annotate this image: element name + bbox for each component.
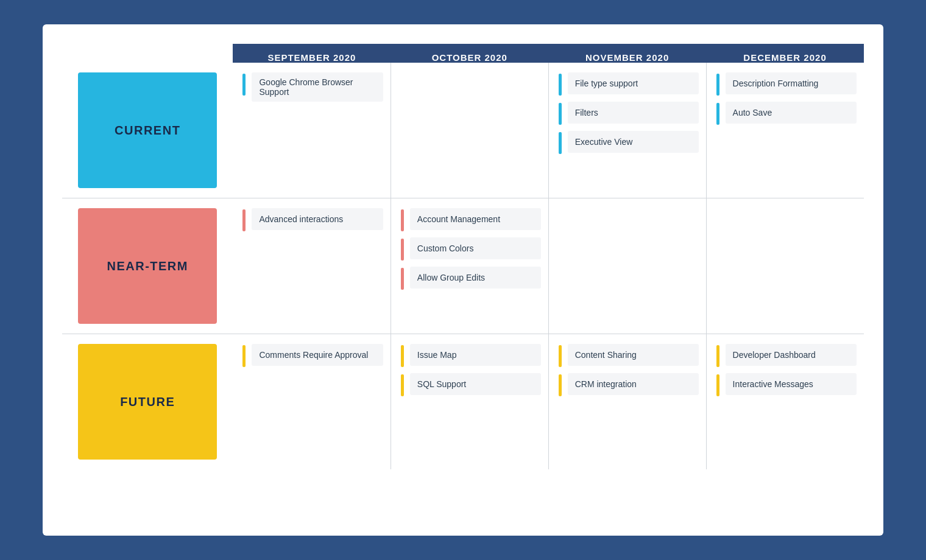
feature-bar [401, 374, 404, 396]
label-text-future: FUTURE [120, 395, 175, 409]
content-cell-future-nov: Content SharingCRM integration [548, 334, 706, 469]
feature-box: Issue Map [410, 344, 541, 366]
roadmap-row-future: FUTUREComments Require ApprovalIssue Map… [62, 334, 864, 469]
feature-item: Allow Group Edits [401, 267, 541, 290]
content-cell-current-nov: File type supportFiltersExecutive View [548, 63, 706, 198]
content-cell-future-oct: Issue MapSQL Support [391, 334, 548, 469]
feature-box: Auto Save [726, 102, 857, 124]
feature-box: CRM integration [568, 373, 699, 395]
feature-bar [559, 345, 562, 367]
content-cell-current-dec: Description FormattingAuto Save [706, 63, 864, 198]
page-background: SEPTEMBER 2020 OCTOBER 2020 NOVEMBER 202… [0, 0, 926, 560]
feature-item: Google Chrome Browser Support [242, 72, 383, 102]
feature-bar [716, 374, 719, 396]
roadmap-row-current: CURRENTGoogle Chrome Browser SupportFile… [62, 63, 864, 198]
feature-item: Custom Colors [401, 237, 541, 261]
feature-item: Description Formatting [716, 72, 857, 96]
label-text-current: CURRENT [115, 124, 180, 138]
label-cell-future: FUTURE [62, 334, 233, 469]
content-cell-current-oct [391, 63, 548, 198]
feature-box: Interactive Messages [726, 373, 857, 395]
content-cell-current-sep: Google Chrome Browser Support [233, 63, 391, 198]
header-sep: SEPTEMBER 2020 [233, 44, 391, 63]
feature-box: Comments Require Approval [252, 344, 383, 366]
content-cell-near-term-sep: Advanced interactions [233, 198, 391, 334]
feature-item: Comments Require Approval [242, 344, 383, 367]
content-cell-near-term-dec [706, 198, 864, 334]
feature-bar [559, 374, 562, 396]
feature-bar [559, 132, 562, 154]
label-box-current: CURRENT [78, 72, 217, 188]
feature-box: Google Chrome Browser Support [252, 72, 383, 102]
feature-item: CRM integration [559, 373, 699, 396]
feature-item: Filters [559, 102, 699, 125]
feature-bar [559, 74, 562, 96]
feature-box: Advanced interactions [252, 208, 383, 230]
label-box-near-term: NEAR-TERM [78, 208, 217, 324]
feature-bar [242, 74, 246, 96]
feature-box: Executive View [568, 131, 699, 153]
feature-box: File type support [568, 72, 699, 94]
feature-item: Account Management [401, 208, 541, 231]
feature-bar [716, 345, 719, 367]
label-text-near-term: NEAR-TERM [107, 259, 188, 273]
header-row: SEPTEMBER 2020 OCTOBER 2020 NOVEMBER 202… [62, 44, 864, 63]
content-cell-near-term-oct: Account ManagementCustom ColorsAllow Gro… [391, 198, 548, 334]
feature-item: Interactive Messages [716, 373, 857, 396]
feature-box: Description Formatting [726, 72, 857, 94]
feature-item: Auto Save [716, 102, 857, 125]
feature-box: SQL Support [410, 373, 541, 395]
feature-bar [401, 268, 404, 290]
feature-box: Custom Colors [410, 237, 541, 259]
label-cell-current: CURRENT [62, 63, 233, 198]
feature-box: Developer Dashboard [726, 344, 857, 366]
feature-item: Advanced interactions [242, 208, 383, 231]
feature-bar [242, 209, 246, 231]
header-oct: OCTOBER 2020 [391, 44, 548, 63]
header-nov: NOVEMBER 2020 [548, 44, 706, 63]
feature-bar [716, 74, 719, 96]
feature-bar [401, 345, 404, 367]
feature-bar [242, 345, 246, 367]
header-empty-cell [62, 44, 233, 63]
feature-box: Allow Group Edits [410, 267, 541, 289]
feature-item: Content Sharing [559, 344, 699, 367]
feature-item: Developer Dashboard [716, 344, 857, 367]
feature-item: File type support [559, 72, 699, 96]
feature-box: Account Management [410, 208, 541, 230]
content-cell-near-term-nov [548, 198, 706, 334]
feature-box: Content Sharing [568, 344, 699, 366]
feature-item: Executive View [559, 131, 699, 154]
feature-item: Issue Map [401, 344, 541, 367]
feature-bar [716, 103, 719, 125]
label-box-future: FUTURE [78, 344, 217, 460]
feature-bar [559, 103, 562, 125]
feature-bar [401, 239, 404, 261]
roadmap-table: SEPTEMBER 2020 OCTOBER 2020 NOVEMBER 202… [62, 44, 864, 469]
roadmap-row-near-term: NEAR-TERMAdvanced interactionsAccount Ma… [62, 198, 864, 334]
roadmap-card: SEPTEMBER 2020 OCTOBER 2020 NOVEMBER 202… [43, 24, 883, 536]
feature-bar [401, 209, 404, 231]
label-cell-near-term: NEAR-TERM [62, 198, 233, 334]
feature-box: Filters [568, 102, 699, 124]
feature-item: SQL Support [401, 373, 541, 396]
content-cell-future-dec: Developer DashboardInteractive Messages [706, 334, 864, 469]
header-dec: DECEMBER 2020 [706, 44, 864, 63]
content-cell-future-sep: Comments Require Approval [233, 334, 391, 469]
